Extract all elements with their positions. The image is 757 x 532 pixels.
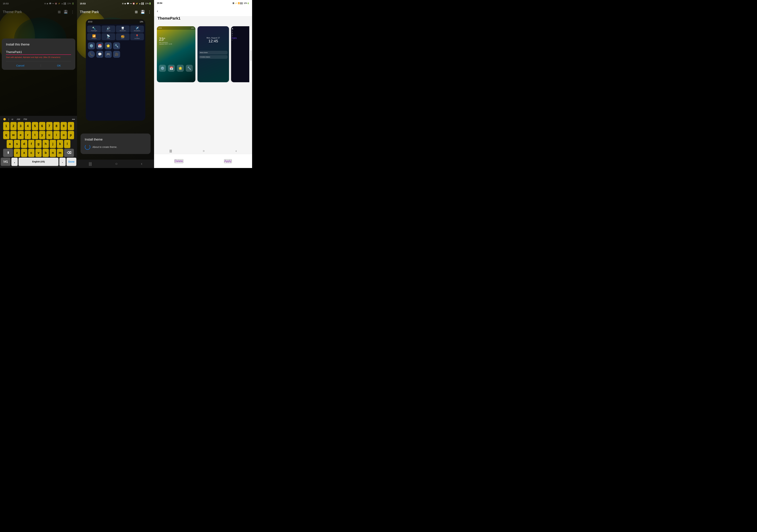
recent-apps-p3[interactable]: ||| — [169, 149, 172, 153]
key-g[interactable]: g — [35, 140, 42, 148]
dialog-title: Install this theme — [6, 43, 71, 46]
key-5[interactable]: 5 — [32, 122, 38, 130]
key-y[interactable]: y — [39, 131, 45, 139]
key-space[interactable]: English (US) — [18, 158, 58, 166]
theme-preview-list: 15:53 13% 23° San Francisco Updated 26/0… — [157, 26, 249, 82]
key-f[interactable]: f — [28, 140, 35, 148]
key-o[interactable]: o — [61, 131, 67, 139]
key-p[interactable]: p — [68, 131, 74, 139]
camera-icon-p2: ◉ — [124, 2, 126, 5]
status-bar-panel3: 15:54 🖼 ⚡ 📶 ▌▌ 12%🔋 — [154, 0, 252, 6]
app-bar-icons-p2: ⊞ 💾 ⋮ — [135, 10, 151, 14]
app-icon-settings: ⚙️ — [159, 65, 166, 72]
key-l[interactable]: l — [64, 140, 70, 148]
key-4[interactable]: 4 — [25, 122, 31, 130]
app-bar-panel2: Theme Park ⊞ 💾 ⋮ — [77, 7, 154, 17]
theme-title-section: ThemePark1 — [154, 16, 252, 23]
key-8[interactable]: 8 — [53, 122, 60, 130]
tile-data: Data — [103, 38, 114, 39]
key-9[interactable]: 9 — [61, 122, 67, 130]
key-w[interactable]: w — [10, 131, 16, 139]
recent-apps-icon-p2[interactable]: ||| — [89, 162, 92, 166]
back-icon-p2[interactable]: ‹ — [141, 162, 142, 166]
save-icon-p2[interactable]: 💾 — [140, 10, 145, 14]
key-z[interactable]: z — [14, 149, 20, 157]
key-d[interactable]: d — [21, 140, 27, 148]
grid-icon-p2[interactable]: ⊞ — [135, 10, 138, 14]
key-v[interactable]: v — [35, 149, 42, 157]
kb-suggestion-2[interactable]: AM — [15, 118, 21, 121]
key-6[interactable]: 6 — [39, 122, 45, 130]
app-title-p2: Theme Park — [80, 10, 99, 14]
key-shift[interactable]: ⬆ — [3, 149, 13, 157]
key-b[interactable]: b — [43, 149, 49, 157]
bottom-nav-panel3: ||| ○ ‹ — [154, 148, 252, 154]
key-n[interactable]: n — [50, 149, 56, 157]
key-q[interactable]: q — [3, 131, 10, 139]
key-2[interactable]: 2 — [10, 122, 16, 130]
tile-airplane: Aeroplane — [131, 30, 143, 32]
key-h[interactable]: h — [43, 140, 49, 148]
key-period[interactable]: . — [59, 158, 66, 166]
key-symbols[interactable]: !#1 — [1, 158, 11, 166]
delete-button[interactable]: Delete — [174, 159, 183, 163]
key-r[interactable]: r — [25, 131, 31, 139]
key-a[interactable]: a — [7, 140, 13, 148]
home-screen-icons: ⚙️ 📅 🌟 🔧 — [157, 65, 196, 72]
more-icon-p2: ••• — [130, 2, 132, 5]
notification-cards: Alexa Green Christine Adams — [199, 51, 227, 59]
battery-p2: 13%🔋 — [145, 2, 151, 5]
cancel-button[interactable]: Cancel — [12, 63, 29, 69]
key-j[interactable]: j — [50, 140, 56, 148]
panel-theme-detail: 15:54 🖼 ⚡ 📶 ▌▌ 12%🔋 ‹ ThemePark1 15:53 1… — [154, 0, 252, 168]
key-s[interactable]: s — [14, 140, 20, 148]
key-u[interactable]: u — [46, 131, 52, 139]
more-options-p2[interactable]: ⋮ — [148, 10, 151, 14]
kb-suggestion-1[interactable]: st — [10, 118, 14, 121]
scroll-indicator — [251, 50, 252, 61]
button-divider — [41, 64, 41, 67]
kb-suggestion-3[interactable]: PM — [22, 118, 28, 121]
phone-status-bar: 15:53 13% — [86, 19, 145, 24]
key-t[interactable]: t — [32, 131, 38, 139]
lock-screen-date: Mon, August 27 12:45 — [197, 37, 229, 44]
preview-side-inner: A 1 4 7 PQRS * — [231, 26, 249, 82]
ok-button[interactable]: OK — [53, 63, 65, 69]
key-done[interactable]: Done — [67, 158, 76, 166]
key-comma[interactable]: , — [12, 158, 18, 166]
key-1[interactable]: 1 — [3, 122, 10, 130]
back-button[interactable]: ‹ — [157, 9, 158, 14]
theme-detail-topbar: ‹ — [154, 6, 252, 16]
key-x[interactable]: x — [21, 149, 27, 157]
notif-sender: Alexa Green — [200, 52, 208, 53]
key-backspace[interactable]: ⌫ — [64, 149, 74, 157]
keyboard-emoji-icon[interactable]: 😊 — [2, 118, 7, 121]
install-theme-popup: Install theme About to create theme. — [80, 133, 151, 154]
tile-sound: sound — [103, 30, 114, 32]
loading-spinner — [85, 144, 90, 150]
preview-lock-inner: Mon, August 27 12:45 Alexa Green Christi… — [197, 26, 229, 82]
theme-name-input[interactable] — [6, 50, 71, 54]
updated-time: Updated 26/07 12:45 — [159, 43, 172, 45]
preview-battery: 13% — [191, 27, 194, 29]
dialog-input-wrap — [6, 50, 71, 55]
key-i[interactable]: i — [53, 131, 60, 139]
key-k[interactable]: k — [57, 140, 63, 148]
home-p3[interactable]: ○ — [203, 149, 205, 153]
preview-status-bar: 15:53 13% — [157, 26, 196, 30]
back-p3[interactable]: ‹ — [236, 149, 237, 153]
key-0[interactable]: 0 — [68, 122, 74, 130]
signal-icon-p2: ▌▌ — [141, 2, 144, 5]
home-screen-bg — [157, 26, 196, 82]
key-3[interactable]: 3 — [17, 122, 24, 130]
key-c[interactable]: c — [28, 149, 35, 157]
home-icon-p2[interactable]: ○ — [115, 162, 117, 166]
kb-more-icon[interactable]: ••• — [72, 118, 75, 121]
key-7[interactable]: 7 — [46, 122, 52, 130]
tile-hotspot: Hotspot — [88, 38, 100, 39]
chat-icon-p2: 💬 — [127, 2, 129, 5]
key-e[interactable]: e — [17, 131, 24, 139]
key-m[interactable]: m — [57, 149, 63, 157]
side-number-list: A 1 4 7 PQRS * — [231, 26, 249, 43]
apply-button[interactable]: Apply — [224, 159, 232, 163]
